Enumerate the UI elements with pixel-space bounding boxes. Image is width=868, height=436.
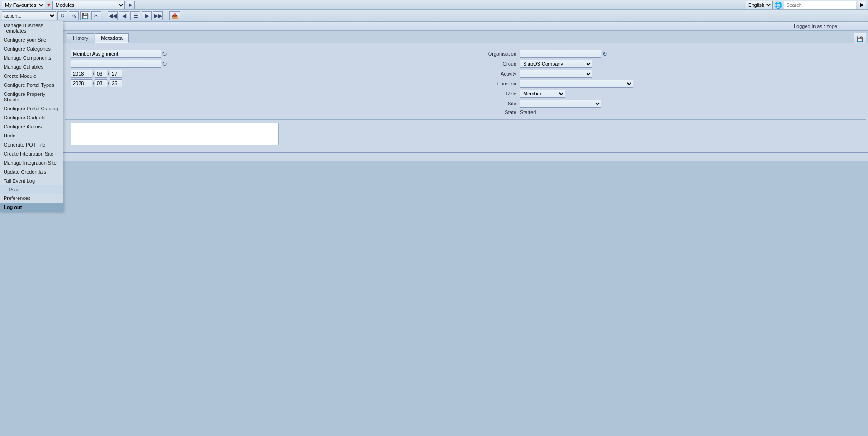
subtitle-input[interactable] bbox=[71, 60, 161, 68]
activity-label: Activity bbox=[471, 71, 516, 76]
group-select[interactable]: SlapOS Company bbox=[520, 60, 592, 68]
sidebar-item-log-out[interactable]: Log out bbox=[0, 203, 63, 212]
print-button[interactable]: 🖨 bbox=[69, 11, 79, 20]
form-state-row: State Started bbox=[471, 109, 861, 115]
state-value: Started bbox=[520, 109, 536, 115]
refresh-button[interactable]: ↻ bbox=[57, 11, 67, 20]
nav-first-button[interactable]: ◀◀ bbox=[108, 11, 118, 20]
search-input[interactable] bbox=[784, 1, 856, 9]
action-dropdown[interactable]: action... bbox=[2, 11, 56, 20]
site-select[interactable] bbox=[520, 100, 601, 108]
description-textarea[interactable] bbox=[71, 123, 279, 145]
modules-dropdown[interactable]: Modules bbox=[52, 1, 125, 9]
modules-go-button[interactable]: ▶ bbox=[127, 1, 135, 9]
nav-list-button[interactable]: ☰ bbox=[130, 11, 140, 20]
sidebar-item-update-credentials[interactable]: Update Credentials bbox=[0, 167, 63, 176]
sidebar-item-generate-pot-file[interactable]: Generate POT File bbox=[0, 140, 63, 149]
title-input[interactable] bbox=[71, 50, 161, 58]
description-section bbox=[65, 119, 866, 149]
subtitle-refresh-button[interactable]: ↻ bbox=[162, 61, 167, 67]
content-wrapper: 💾 History Metadata ↻ bbox=[63, 31, 868, 161]
sidebar-item-manage-integration-site[interactable]: Manage Integration Site bbox=[0, 158, 63, 167]
save-button-corner[interactable]: 💾 bbox=[854, 33, 866, 45]
sidebar-item-manage-components[interactable]: Manage Components bbox=[0, 53, 63, 62]
end-day-input[interactable] bbox=[110, 79, 122, 87]
sidebar-item-configure-categories[interactable]: Configure Categories bbox=[0, 44, 63, 53]
sidebar-item-configure-alarms[interactable]: Configure Alarms bbox=[0, 122, 63, 131]
tab-history[interactable]: History bbox=[67, 33, 94, 43]
organisation-refresh-button[interactable]: ↻ bbox=[602, 51, 607, 57]
sidebar-item-create-module[interactable]: Create Module bbox=[0, 71, 63, 81]
nav-prev-button[interactable]: ◀ bbox=[119, 11, 129, 20]
form-function-row: Function bbox=[471, 80, 861, 88]
tabs-bar: History Metadata bbox=[63, 31, 868, 43]
sidebar-item-preferences[interactable]: Preferences bbox=[0, 194, 63, 203]
sidebar-item-tail-event-log[interactable]: Tail Event Log bbox=[0, 176, 63, 185]
sidebar-item-configure-property-sheets[interactable]: Configure Property Sheets bbox=[0, 90, 63, 104]
export-button[interactable]: 📤 bbox=[169, 11, 180, 20]
form-end-date-row: / / bbox=[71, 79, 460, 87]
sidebar-item-configure-gadgets[interactable]: Configure Gadgets bbox=[0, 113, 63, 122]
group-label: Group bbox=[471, 61, 516, 66]
title-refresh-button[interactable]: ↻ bbox=[162, 51, 167, 57]
end-month-input[interactable] bbox=[95, 79, 107, 87]
save-icon: 💾 bbox=[857, 36, 863, 42]
tab-metadata[interactable]: Metadata bbox=[95, 33, 129, 43]
function-label: Function bbox=[471, 81, 516, 86]
divider-section bbox=[63, 152, 868, 161]
role-label: Role bbox=[471, 91, 516, 96]
end-year-input[interactable] bbox=[71, 79, 92, 87]
state-label: State bbox=[471, 109, 516, 115]
top-bar: My Favourites ♥ Modules ▶ English 🌐 ▶ bbox=[0, 0, 868, 10]
breadcrumb: Member Assignment / Logged in as : zope bbox=[0, 22, 868, 31]
language-dropdown[interactable]: English bbox=[746, 1, 773, 9]
function-select[interactable] bbox=[520, 80, 633, 88]
sidebar-item-manage-callables[interactable]: Manage Callables bbox=[0, 62, 63, 71]
form-right: Organisation ↻ Group SlapOS Company Acti… bbox=[466, 47, 866, 119]
content-area: 💾 History Metadata ↻ bbox=[63, 31, 868, 161]
form-organisation-row: Organisation ↻ bbox=[471, 50, 861, 58]
role-select[interactable]: Member bbox=[520, 90, 565, 98]
form-title-row: ↻ bbox=[71, 50, 460, 58]
sidebar-item-configure-your-site[interactable]: Configure your Site bbox=[0, 35, 63, 44]
start-day-input[interactable] bbox=[110, 70, 122, 78]
logged-in-text: Logged in as : zope bbox=[794, 24, 837, 29]
form-left: ↻ ↻ / / bbox=[65, 47, 466, 119]
organisation-input[interactable] bbox=[520, 50, 601, 58]
start-year-input[interactable] bbox=[71, 70, 92, 78]
search-button[interactable]: ▶ bbox=[858, 1, 866, 9]
form-start-date-row: / / bbox=[71, 70, 460, 78]
sidebar-item-configure-portal-types[interactable]: Configure Portal Types bbox=[0, 81, 63, 90]
site-label: Site bbox=[471, 101, 516, 106]
form-container: ↻ ↻ / / bbox=[63, 43, 868, 152]
form-group-row: Group SlapOS Company bbox=[471, 60, 861, 68]
top-bar-right: English 🌐 ▶ bbox=[746, 1, 866, 9]
activity-select[interactable] bbox=[520, 70, 592, 78]
heart-icon[interactable]: ♥ bbox=[47, 1, 51, 8]
user-separator: -- User -- bbox=[0, 185, 63, 194]
organisation-label: Organisation bbox=[471, 51, 516, 57]
globe-icon: 🌐 bbox=[774, 1, 782, 9]
sidebar-menu: Manage Business Templates Configure your… bbox=[0, 21, 63, 212]
sidebar-item-configure-portal-catalog[interactable]: Configure Portal Catalog bbox=[0, 104, 63, 113]
form-role-row: Role Member bbox=[471, 90, 861, 98]
sidebar-item-undo[interactable]: Undo bbox=[0, 131, 63, 140]
form-site-row: Site bbox=[471, 100, 861, 108]
sidebar-item-create-integration-site[interactable]: Create Integration Site bbox=[0, 149, 63, 158]
nav-next-button[interactable]: ▶ bbox=[142, 11, 152, 20]
form-activity-row: Activity bbox=[471, 70, 861, 78]
form-subtitle-row: ↻ bbox=[71, 60, 460, 68]
sidebar-item-manage-business-templates[interactable]: Manage Business Templates bbox=[0, 21, 63, 35]
favourites-dropdown[interactable]: My Favourites bbox=[2, 1, 45, 9]
cut-button[interactable]: ✂ bbox=[91, 11, 101, 20]
save-toolbar-button[interactable]: 💾 bbox=[80, 11, 90, 20]
top-bar-left: My Favourites ♥ Modules ▶ bbox=[2, 1, 135, 9]
start-month-input[interactable] bbox=[95, 70, 107, 78]
form-grid: ↻ ↻ / / bbox=[65, 47, 866, 119]
toolbar: action... ↻ 🖨 💾 ✂ ◀◀ ◀ ☰ ▶ ▶▶ 📤 bbox=[0, 10, 868, 22]
nav-last-button[interactable]: ▶▶ bbox=[153, 11, 163, 20]
